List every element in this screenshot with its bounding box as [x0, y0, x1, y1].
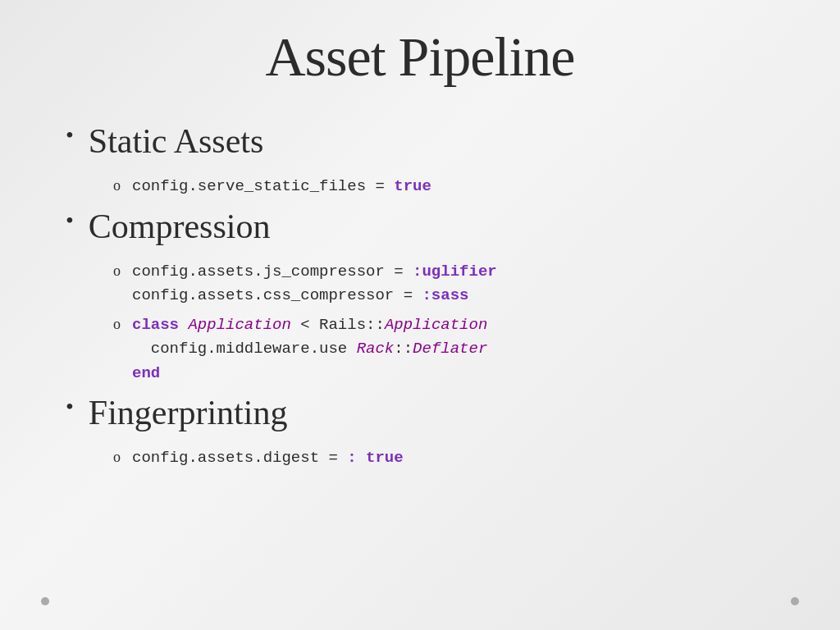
- bullet-static-assets: • Static Assets: [66, 122, 791, 160]
- sub-bullet-1: o: [113, 177, 121, 194]
- slide-title: Asset Pipeline: [266, 25, 575, 89]
- slide-content: • Static Assets o config.serve_static_fi…: [49, 122, 791, 479]
- keyword-application-1: Application: [188, 316, 290, 334]
- nav-dot-left: [41, 597, 49, 605]
- sub-bullet-4: o: [113, 449, 121, 466]
- keyword-colon-true: : true: [347, 449, 403, 467]
- bullet-compression: • Compression: [66, 208, 791, 245]
- bullet-dot-1: •: [66, 124, 74, 147]
- sub-text-compressors: config.assets.js_compressor = :uglifier …: [132, 260, 497, 308]
- keyword-end: end: [132, 364, 160, 382]
- keyword-application-2: Application: [385, 316, 487, 334]
- sub-item-digest: o config.assets.digest = : true: [113, 446, 791, 470]
- bullet-label-static-assets: Static Assets: [89, 122, 264, 160]
- nav-dot-right: [791, 597, 799, 605]
- keyword-deflater: Deflater: [413, 340, 487, 358]
- sub-item-serve-static: o config.serve_static_files = true: [113, 175, 791, 199]
- sub-item-compressors: o config.assets.js_compressor = :uglifie…: [113, 260, 791, 308]
- sub-items-static-assets: o config.serve_static_files = true: [66, 175, 791, 199]
- keyword-class: class: [132, 316, 179, 334]
- sub-text-class-application: class Application < Rails::Application c…: [132, 313, 487, 386]
- keyword-uglifier: :uglifier: [413, 262, 497, 281]
- sub-items-compression: o config.assets.js_compressor = :uglifie…: [66, 260, 791, 386]
- sub-items-fingerprinting: o config.assets.digest = : true: [66, 446, 791, 470]
- sub-text-serve-static: config.serve_static_files = true: [132, 175, 431, 199]
- keyword-rack: Rack: [357, 340, 395, 358]
- bullet-fingerprinting: • Fingerprinting: [66, 394, 791, 431]
- bullet-dot-3: •: [66, 395, 74, 418]
- bullet-dot-2: •: [66, 209, 74, 232]
- bullet-label-compression: Compression: [89, 208, 271, 245]
- sub-bullet-2: o: [113, 262, 121, 280]
- sub-bullet-3: o: [113, 316, 121, 333]
- keyword-sass: :sass: [422, 286, 468, 304]
- sub-text-digest: config.assets.digest = : true: [132, 446, 404, 470]
- sub-item-class-application: o class Application < Rails::Application…: [113, 313, 791, 386]
- keyword-true-1: true: [394, 177, 431, 195]
- bullet-label-fingerprinting: Fingerprinting: [89, 394, 288, 431]
- bottom-navigation: [0, 597, 840, 605]
